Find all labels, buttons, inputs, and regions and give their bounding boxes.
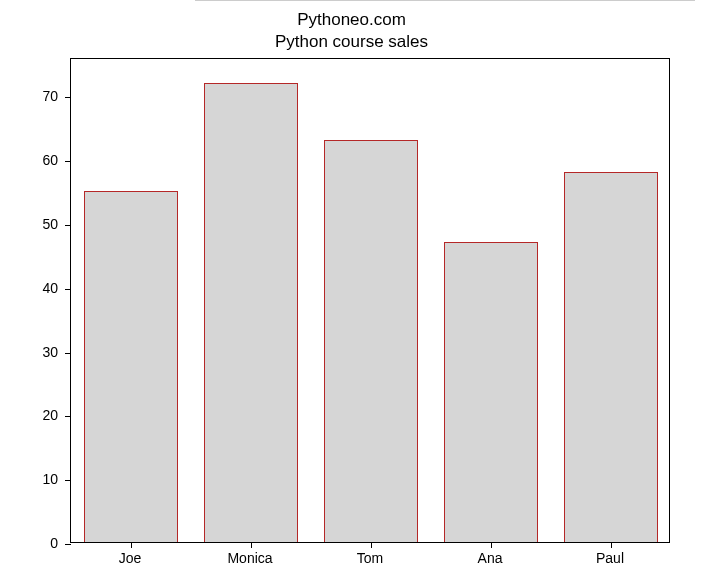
y-tick xyxy=(65,416,71,417)
y-tick-label: 60 xyxy=(28,152,58,168)
y-tick-label: 50 xyxy=(28,216,58,232)
y-tick-label: 30 xyxy=(28,344,58,360)
bar xyxy=(444,242,538,542)
x-tick xyxy=(611,542,612,548)
bar xyxy=(564,172,658,542)
bar xyxy=(324,140,418,542)
y-tick-label: 40 xyxy=(28,280,58,296)
y-tick xyxy=(65,161,71,162)
y-tick xyxy=(65,480,71,481)
x-tick-label: Paul xyxy=(596,550,624,566)
y-tick-label: 0 xyxy=(28,535,58,551)
chart-container: Pythoneo.com Python course sales 0102030… xyxy=(0,0,703,581)
y-tick-label: 20 xyxy=(28,407,58,423)
x-tick xyxy=(251,542,252,548)
x-tick xyxy=(371,542,372,548)
top-divider xyxy=(195,0,695,1)
x-tick-label: Joe xyxy=(119,550,142,566)
y-tick-label: 70 xyxy=(28,88,58,104)
y-tick-label: 10 xyxy=(28,471,58,487)
y-tick xyxy=(65,353,71,354)
bar xyxy=(204,83,298,542)
bars-group xyxy=(71,59,669,542)
chart-title: Python course sales xyxy=(0,32,703,52)
y-tick xyxy=(65,97,71,98)
x-tick-label: Monica xyxy=(227,550,272,566)
y-tick xyxy=(65,544,71,545)
x-tick-label: Ana xyxy=(478,550,503,566)
x-tick xyxy=(491,542,492,548)
bar xyxy=(84,191,178,542)
y-tick xyxy=(65,289,71,290)
plot-area xyxy=(70,58,670,543)
x-tick-label: Tom xyxy=(357,550,383,566)
chart-suptitle: Pythoneo.com xyxy=(0,10,703,30)
x-tick xyxy=(131,542,132,548)
y-tick xyxy=(65,225,71,226)
